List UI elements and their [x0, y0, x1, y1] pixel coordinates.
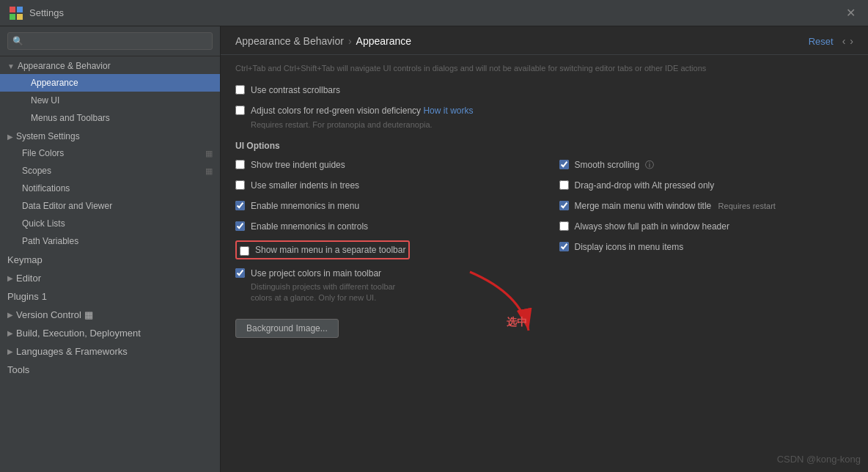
svg-rect-1: [17, 7, 23, 12]
sidebar: 🔍 ▼ Appearance & Behavior Appearance New…: [0, 26, 221, 472]
breadcrumb-current: Appearance: [356, 35, 412, 47]
project-colors-checkbox[interactable]: [235, 268, 245, 278]
chevron-right-icon: ▶: [7, 329, 13, 337]
sidebar-item-appearance[interactable]: Appearance: [0, 74, 220, 92]
checkbox-row-drag-drop: Drag-and-drop with Alt pressed only: [559, 179, 854, 192]
sidebar-item-label: Keymap: [7, 254, 43, 265]
sidebar-item-quick-lists[interactable]: Quick Lists: [0, 215, 220, 232]
mnemonics-controls-checkbox[interactable]: [235, 221, 245, 231]
reset-button[interactable]: Reset: [809, 36, 834, 47]
drag-drop-label: Drag-and-drop with Alt pressed only: [575, 179, 715, 192]
checkbox-row-color-deficiency: Adjust colors for red-green vision defic…: [235, 104, 853, 131]
main-menu-toolbar-label: Show main menu in a separate toolbar: [255, 243, 405, 257]
svg-rect-3: [17, 14, 23, 20]
display-icons-label: Display icons in menu items: [575, 240, 684, 254]
sidebar-item-label: Plugins: [7, 291, 39, 302]
tree-indent-label: Show tree indent guides: [251, 158, 345, 172]
sidebar-item-data-editor[interactable]: Data Editor and Viewer: [0, 197, 220, 215]
sidebar-item-editor[interactable]: ▶ Editor: [0, 268, 220, 287]
nav-back-icon[interactable]: ‹: [842, 35, 846, 47]
ui-options-title: UI Options: [235, 141, 853, 151]
nav-arrows: ‹ ›: [842, 35, 853, 47]
breadcrumb-separator: ›: [348, 35, 352, 47]
checkbox-row-mnemonics-menu: Enable mnemonics in menu: [235, 199, 530, 213]
checkbox-row-contrast-scrollbars: Use contrast scrollbars: [235, 84, 853, 97]
color-deficiency-hint: Requires restart. For protanopia and deu…: [251, 119, 473, 131]
breadcrumb: Appearance & Behavior › Appearance: [235, 35, 411, 47]
chevron-right-icon: ▶: [7, 274, 13, 282]
sidebar-item-version-control[interactable]: ▶ Version Control ▦: [0, 305, 220, 323]
merge-menu-checkbox[interactable]: [559, 201, 569, 210]
sidebar-item-notifications[interactable]: Notifications: [0, 180, 220, 197]
svg-rect-2: [10, 14, 15, 20]
csdn-watermark: CSDN @kong-kong: [777, 454, 861, 465]
mnemonics-menu-checkbox[interactable]: [235, 201, 245, 210]
chevron-right-icon: ▶: [7, 133, 13, 141]
smooth-scrolling-label: Smooth scrolling ⓘ: [575, 158, 654, 172]
sidebar-item-label: Path Variables: [22, 236, 78, 246]
sidebar-item-menus-toolbars[interactable]: Menus and Toolbars: [0, 109, 220, 127]
sidebar-item-appearance-behavior[interactable]: ▼ Appearance & Behavior: [0, 56, 220, 74]
selected-label: 选中: [507, 316, 527, 329]
mnemonics-controls-label: Enable mnemonics in controls: [251, 220, 368, 233]
main-menu-toolbar-checkbox[interactable]: [240, 246, 249, 256]
merge-menu-label: Merge main menu with window title Requir…: [575, 199, 776, 213]
sidebar-item-label: File Colors: [22, 148, 64, 158]
search-input[interactable]: [7, 32, 213, 50]
smooth-scrolling-info-icon[interactable]: ⓘ: [645, 160, 654, 170]
main-layout: 🔍 ▼ Appearance & Behavior Appearance New…: [0, 26, 868, 472]
checkbox-row-tree-indent: Show tree indent guides: [235, 158, 530, 172]
sidebar-item-file-colors[interactable]: File Colors ▦: [0, 144, 220, 162]
app-icon: [9, 6, 23, 21]
checkbox-row-smooth-scrolling: Smooth scrolling ⓘ: [559, 158, 854, 172]
chevron-right-icon: ▶: [7, 311, 13, 319]
tree-indent-checkbox[interactable]: [235, 160, 245, 169]
chevron-right-icon: ▶: [7, 347, 13, 355]
sidebar-item-label: Version Control: [16, 309, 81, 320]
checkbox-row-smaller-indents: Use smaller indents in trees: [235, 179, 530, 192]
sidebar-item-path-variables[interactable]: Path Variables: [0, 232, 220, 250]
close-button[interactable]: ✕: [842, 4, 859, 22]
background-image-button[interactable]: Background Image...: [235, 319, 339, 338]
sidebar-item-label: Scopes: [22, 166, 51, 176]
sidebar-item-label: Quick Lists: [22, 218, 65, 229]
sidebar-item-label: Tools: [7, 364, 29, 375]
color-deficiency-label: Adjust colors for red-green vision defic…: [251, 104, 473, 131]
sidebar-item-tools[interactable]: Tools: [0, 360, 220, 378]
display-icons-checkbox[interactable]: [559, 242, 569, 251]
sidebar-item-label: Appearance: [31, 78, 78, 88]
titlebar: Settings ✕: [0, 0, 868, 26]
nav-forward-icon[interactable]: ›: [850, 35, 853, 47]
sidebar-item-plugins[interactable]: Plugins 1: [0, 287, 220, 305]
mnemonics-menu-label: Enable mnemonics in menu: [251, 199, 359, 213]
sidebar-section-label: Appearance & Behavior: [18, 61, 111, 71]
checkbox-row-full-path: Always show full path in window header: [559, 220, 854, 233]
sidebar-item-label: Languages & Frameworks: [16, 346, 128, 357]
checkbox-row-main-menu-toolbar: Show main menu in a separate toolbar: [235, 240, 530, 259]
contrast-scrollbars-checkbox[interactable]: [235, 85, 245, 95]
drag-drop-checkbox[interactable]: [559, 180, 569, 190]
smooth-scrolling-checkbox[interactable]: [559, 160, 569, 169]
sidebar-item-system-settings[interactable]: ▶ System Settings: [0, 127, 220, 144]
content-header: Appearance & Behavior › Appearance Reset…: [221, 26, 868, 55]
sidebar-item-keymap[interactable]: Keymap: [0, 250, 220, 268]
sidebar-item-label: Data Editor and Viewer: [22, 201, 112, 211]
checkbox-row-mnemonics-controls: Enable mnemonics in controls: [235, 220, 530, 233]
sidebar-item-build-execution[interactable]: ▶ Build, Execution, Deployment: [0, 323, 220, 342]
sidebar-item-label: System Settings: [16, 131, 80, 141]
full-path-checkbox[interactable]: [559, 221, 569, 231]
content-area: Appearance & Behavior › Appearance Reset…: [221, 26, 868, 472]
checkbox-row-display-icons: Display icons in menu items: [559, 240, 854, 254]
sidebar-item-scopes[interactable]: Scopes ▦: [0, 162, 220, 180]
how-it-works-link[interactable]: How it works: [423, 106, 473, 116]
project-colors-hint: Distinguish projects with different tool…: [251, 281, 397, 304]
project-colors-label: Use project colors in main toolbar Disti…: [251, 267, 397, 304]
checkbox-row-merge-menu: Merge main menu with window title Requir…: [559, 199, 854, 213]
sidebar-item-new-ui[interactable]: New UI: [0, 92, 220, 109]
color-deficiency-checkbox[interactable]: [235, 106, 245, 115]
sidebar-item-languages-frameworks[interactable]: ▶ Languages & Frameworks: [0, 342, 220, 360]
breadcrumb-root: Appearance & Behavior: [235, 35, 344, 47]
highlight-box: Show main menu in a separate toolbar: [235, 240, 410, 259]
search-box: 🔍: [0, 26, 220, 56]
smaller-indents-checkbox[interactable]: [235, 180, 245, 190]
